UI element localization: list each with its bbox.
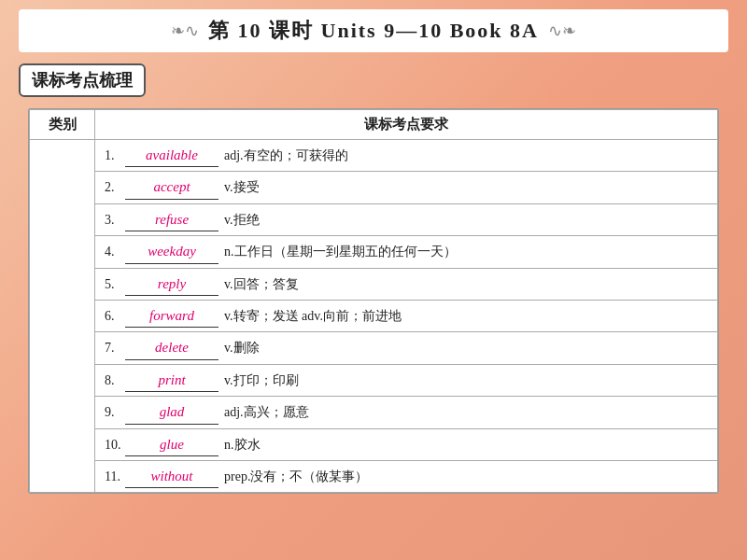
entry-number: 8.	[105, 371, 125, 391]
entry-definition: v.接受	[224, 177, 260, 198]
keyword-text: reply	[158, 276, 186, 291]
vocab-table-container: 类别 课标考点要求 1.available adj.有空的；可获得的2.acce…	[28, 108, 719, 494]
vocab-table: 类别 课标考点要求 1.available adj.有空的；可获得的2.acce…	[29, 109, 718, 493]
entry-number: 1.	[105, 146, 125, 166]
table-row: 2.accept v.接受	[30, 172, 718, 203]
col-header-category: 类别	[30, 110, 95, 140]
entry-definition: v.拒绝	[224, 210, 260, 231]
table-row: 10.glue n.胶水	[30, 428, 718, 460]
entry-number: 6.	[105, 306, 125, 327]
entry-number: 4.	[105, 242, 125, 262]
section-label: 课标考点梳理	[19, 63, 146, 97]
table-row: 6.forward v.转寄；发送 adv.向前；前进地	[30, 300, 718, 331]
entry-cell: 10.glue n.胶水	[95, 428, 718, 460]
entry-keyword: available	[125, 144, 218, 167]
entry-keyword: forward	[125, 304, 218, 328]
entry-keyword: print	[125, 369, 218, 392]
entry-cell: 8.print v.打印；印刷	[95, 364, 718, 396]
entry-number: 5.	[105, 274, 125, 295]
entry-number: 11.	[105, 467, 125, 487]
entry-number: 7.	[105, 338, 125, 358]
list-item: 5.reply v.回答；答复	[105, 273, 710, 296]
keyword-text: forward	[149, 308, 194, 323]
table-row: 11.without prep.没有；不（做某事）	[30, 460, 718, 492]
list-item: 3.refuse v.拒绝	[105, 208, 710, 231]
keyword-text: without	[150, 469, 192, 483]
list-item: 8.print v.打印；印刷	[105, 369, 710, 392]
entry-cell: 11.without prep.没有；不（做某事）	[95, 460, 718, 492]
entry-cell: 9.glad adj.高兴；愿意	[95, 397, 718, 428]
entry-keyword: glad	[125, 400, 218, 424]
table-row: 5.reply v.回答；答复	[30, 268, 718, 300]
entry-cell: 4.weekday n.工作日（星期一到星期五的任何一天）	[95, 236, 718, 268]
table-row: 7.delete v.删除	[30, 332, 718, 364]
entry-keyword: accept	[125, 175, 218, 199]
entry-keyword: reply	[125, 273, 218, 296]
list-item: 7.delete v.删除	[105, 336, 710, 359]
entry-definition: adj.有空的；可获得的	[224, 146, 348, 166]
keyword-text: print	[158, 372, 185, 387]
entry-cell: 1.available adj.有空的；可获得的	[95, 140, 718, 172]
table-row: 3.refuse v.拒绝	[30, 203, 718, 235]
entry-cell: 6.forward v.转寄；发送 adv.向前；前进地	[95, 300, 718, 331]
entry-keyword: glue	[125, 433, 218, 456]
entry-definition: v.打印；印刷	[224, 371, 299, 391]
entry-definition: v.删除	[224, 338, 260, 358]
entry-keyword: refuse	[125, 208, 218, 231]
entry-definition: prep.没有；不（做某事）	[224, 467, 368, 487]
category-cell	[30, 140, 95, 493]
entry-cell: 2.accept v.接受	[95, 172, 718, 203]
entry-number: 10.	[105, 435, 125, 455]
keyword-text: delete	[155, 340, 189, 355]
entry-definition: v.转寄；发送 adv.向前；前进地	[224, 306, 402, 327]
deco-right-icon: ∿❧	[548, 21, 576, 41]
page-title: 第 10 课时 Units 9—10 Book 8A	[208, 17, 539, 45]
entry-keyword: delete	[125, 336, 218, 359]
entry-cell: 5.reply v.回答；答复	[95, 268, 718, 300]
header: ❧∿ 第 10 课时 Units 9—10 Book 8A ∿❧	[19, 9, 728, 52]
entry-number: 3.	[105, 210, 125, 231]
entry-keyword: weekday	[125, 240, 218, 263]
list-item: 6.forward v.转寄；发送 adv.向前；前进地	[105, 304, 710, 328]
table-row: 8.print v.打印；印刷	[30, 364, 718, 396]
list-item: 10.glue n.胶水	[105, 433, 710, 456]
entry-definition: v.回答；答复	[224, 274, 299, 295]
page-container: ❧∿ 第 10 课时 Units 9—10 Book 8A ∿❧ 课标考点梳理 …	[0, 0, 747, 560]
entry-definition: adj.高兴；愿意	[224, 402, 309, 423]
list-item: 9.glad adj.高兴；愿意	[105, 400, 710, 424]
table-row: 1.available adj.有空的；可获得的	[30, 140, 718, 172]
table-row: 4.weekday n.工作日（星期一到星期五的任何一天）	[30, 236, 718, 268]
list-item: 1.available adj.有空的；可获得的	[105, 144, 710, 167]
entry-cell: 3.refuse v.拒绝	[95, 203, 718, 235]
keyword-text: accept	[153, 179, 190, 194]
keyword-text: available	[146, 147, 198, 162]
keyword-text: refuse	[155, 212, 189, 227]
entry-definition: n.胶水	[224, 435, 261, 455]
list-item: 2.accept v.接受	[105, 175, 710, 199]
entry-number: 9.	[105, 402, 125, 423]
entry-number: 2.	[105, 177, 125, 198]
entry-cell: 7.delete v.删除	[95, 332, 718, 364]
deco-left-icon: ❧∿	[171, 21, 199, 41]
entry-definition: n.工作日（星期一到星期五的任何一天）	[224, 242, 457, 262]
list-item: 11.without prep.没有；不（做某事）	[105, 465, 710, 488]
keyword-text: glue	[160, 437, 184, 452]
entry-keyword: without	[125, 465, 218, 488]
keyword-text: weekday	[148, 244, 196, 259]
col-header-requirements: 课标考点要求	[95, 110, 718, 140]
list-item: 4.weekday n.工作日（星期一到星期五的任何一天）	[105, 240, 710, 263]
table-row: 9.glad adj.高兴；愿意	[30, 397, 718, 428]
keyword-text: glad	[160, 404, 185, 419]
